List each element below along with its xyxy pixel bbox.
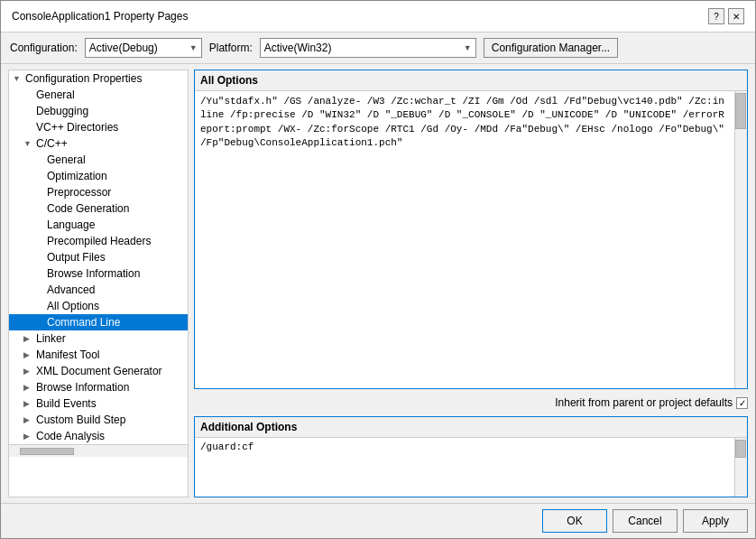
tree-item-label: Optimization [47, 170, 107, 182]
left-panel: ▼Configuration PropertiesGeneralDebuggin… [8, 70, 189, 497]
additional-options-header: Additional Options [195, 417, 747, 438]
tree-item-label: Build Events [36, 397, 97, 410]
tree-item-label: Preprocessor [47, 186, 111, 199]
config-manager-button[interactable]: Configuration Manager... [484, 38, 618, 58]
tree-expand-icon: ▶ [23, 399, 34, 408]
tree-item-command-line[interactable]: Command Line [9, 314, 188, 330]
dialog: ConsoleApplication1 Property Pages ? ✕ C… [0, 0, 756, 539]
inherit-row: Inherit from parent or project defaults … [194, 395, 748, 411]
tree-item-code-analysis[interactable]: ▶Code Analysis [9, 428, 188, 444]
tree-item-label: Custom Build Step [36, 414, 125, 426]
platform-select[interactable]: Active(Win32) ▼ [260, 38, 476, 58]
tree-item-label: Debugging [36, 105, 88, 117]
main-content: ▼Configuration PropertiesGeneralDebuggin… [1, 64, 755, 503]
all-options-box: All Options /Yu"stdafx.h" /GS /analyze- … [194, 70, 748, 389]
cancel-button[interactable]: Cancel [613, 509, 678, 533]
tree-item-language[interactable]: Language [9, 217, 188, 233]
tree-item-label: Advanced [47, 283, 95, 296]
tree-item-custom-build[interactable]: ▶Custom Build Step [9, 412, 188, 428]
ok-button[interactable]: OK [542, 509, 607, 533]
tree-expand-icon: ▼ [23, 139, 34, 148]
tree-item-label: Browse Information [47, 267, 140, 280]
config-select[interactable]: Active(Debug) ▼ [85, 38, 202, 58]
tree-expand-icon: ▶ [23, 415, 34, 424]
tree-item-build-events[interactable]: ▶Build Events [9, 395, 188, 412]
tree-item-cpp[interactable]: ▼C/C++ [9, 135, 188, 152]
tree-item-general[interactable]: General [9, 87, 188, 103]
tree-item-label: C/C++ [36, 137, 68, 150]
all-options-vscroll-thumb[interactable] [735, 93, 746, 129]
tree-item-label: Browse Information [36, 381, 129, 394]
tree-item-label: Output Files [47, 251, 106, 264]
title-bar: ConsoleApplication1 Property Pages ? ✕ [1, 1, 755, 33]
tree-item-label: Language [47, 218, 95, 231]
tree-container: ▼Configuration PropertiesGeneralDebuggin… [9, 70, 188, 444]
tree-expand-icon: ▶ [23, 367, 34, 376]
tree-expand-icon: ▶ [23, 350, 34, 359]
dialog-title: ConsoleApplication1 Property Pages [12, 10, 188, 23]
additional-options-text[interactable]: /guard:cf [195, 438, 734, 497]
tree-item-browse-info2[interactable]: ▶Browse Information [9, 379, 188, 395]
config-dropdown-arrow: ▼ [189, 43, 198, 52]
tree-expand-icon: ▼ [13, 74, 23, 83]
additional-options-vscroll[interactable] [734, 438, 747, 497]
tree-item-label: Precompiled Headers [47, 235, 151, 247]
tree-item-code-gen[interactable]: Code Generation [9, 200, 188, 217]
config-value: Active(Debug) [89, 42, 158, 54]
tree-item-all-options[interactable]: All Options [9, 298, 188, 314]
inherit-checkbox[interactable]: ✓ [736, 397, 748, 409]
tree-item-label: Code Generation [47, 202, 129, 215]
config-row: Configuration: Active(Debug) ▼ Platform:… [1, 33, 755, 64]
all-options-vscroll[interactable] [734, 91, 747, 388]
tree-item-manifest-tool[interactable]: ▶Manifest Tool [9, 347, 188, 363]
tree-item-label: XML Document Generator [36, 365, 162, 377]
tree-hscroll-thumb[interactable] [20, 448, 74, 455]
additional-options-box: Additional Options /guard:cf [194, 416, 748, 497]
close-button[interactable]: ✕ [728, 8, 744, 24]
additional-options-vscroll-thumb[interactable] [735, 440, 746, 458]
tree-item-label: General [47, 153, 86, 166]
tree-item-linker[interactable]: ▶Linker [9, 330, 188, 347]
all-options-text: /Yu"stdafx.h" /GS /analyze- /W3 /Zc:wcha… [195, 91, 734, 388]
tree-item-label: Command Line [47, 316, 120, 329]
tree-item-advanced[interactable]: Advanced [9, 282, 188, 298]
additional-options-inner: /guard:cf [195, 438, 747, 497]
tree-item-label: Manifest Tool [36, 348, 99, 361]
config-label: Configuration: [10, 42, 78, 54]
tree-item-label: All Options [47, 300, 99, 312]
platform-label: Platform: [209, 42, 253, 54]
tree-item-label: VC++ Directories [36, 121, 118, 134]
tree-item-cpp-general[interactable]: General [9, 152, 188, 168]
tree-item-label: Code Analysis [36, 430, 105, 442]
all-options-inner: /Yu"stdafx.h" /GS /analyze- /W3 /Zc:wcha… [195, 91, 747, 388]
tree-item-label: Linker [36, 332, 66, 345]
tree-item-precompiled[interactable]: Precompiled Headers [9, 233, 188, 249]
inherit-label: Inherit from parent or project defaults [555, 396, 733, 409]
tree-item-output-files[interactable]: Output Files [9, 249, 188, 265]
apply-button[interactable]: Apply [683, 509, 748, 533]
tree-item-debugging[interactable]: Debugging [9, 103, 188, 119]
platform-value: Active(Win32) [264, 42, 332, 54]
tree-item-optimization[interactable]: Optimization [9, 168, 188, 184]
bottom-buttons: OK Cancel Apply [1, 503, 755, 538]
tree-item-config-props[interactable]: ▼Configuration Properties [9, 70, 188, 87]
tree-expand-icon: ▶ [23, 383, 34, 392]
help-button[interactable]: ? [708, 8, 724, 24]
tree-scrollbar-bottom [9, 444, 188, 457]
tree-item-label: General [36, 88, 75, 101]
title-bar-controls: ? ✕ [708, 8, 744, 24]
platform-dropdown-arrow: ▼ [464, 43, 472, 52]
right-panel: All Options /Yu"stdafx.h" /GS /analyze- … [194, 70, 748, 497]
tree-item-vc-dirs[interactable]: VC++ Directories [9, 119, 188, 135]
tree-item-browse-info[interactable]: Browse Information [9, 265, 188, 282]
all-options-header: All Options [195, 70, 747, 91]
tree-expand-icon: ▶ [23, 432, 34, 441]
tree-item-preprocessor[interactable]: Preprocessor [9, 184, 188, 200]
tree-expand-icon: ▶ [23, 334, 34, 343]
tree-item-xml-doc-gen[interactable]: ▶XML Document Generator [9, 363, 188, 379]
tree-item-label: Configuration Properties [25, 72, 142, 85]
